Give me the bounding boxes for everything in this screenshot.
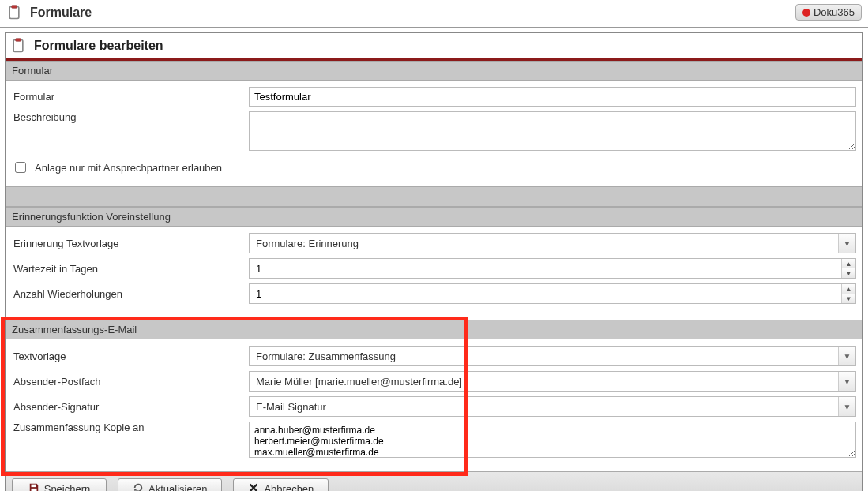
select-erinnerung-textvorlage-value: Formulare: Erinnerung	[256, 238, 359, 249]
input-formular-name[interactable]	[249, 87, 856, 107]
section-zusammenfassung: Textvorlage Formulare: Zusammenfassung ▼…	[6, 339, 862, 471]
section-formular-title: Formular	[6, 61, 862, 81]
spinner-up-icon[interactable]: ▲	[842, 259, 855, 268]
input-beschreibung[interactable]	[249, 111, 856, 151]
panel-header: Formulare bearbeiten	[6, 33, 862, 61]
label-wiederholungen: Anzahl Wiederholungen	[12, 288, 249, 300]
refresh-button-label: Aktualisieren	[148, 483, 207, 491]
chevron-down-icon: ▼	[838, 347, 855, 365]
checkbox-anlage-ansprechpartner[interactable]	[15, 162, 26, 173]
select-textvorlage-value: Formulare: Zusammenfassung	[256, 350, 396, 362]
section-gap	[6, 186, 862, 207]
chevron-down-icon: ▼	[838, 397, 855, 416]
section-erinnerung-title: Erinnerungsfunktion Voreinstellung	[6, 207, 862, 227]
section-zusammenfassung-title: Zusammenfassungs-E-Mail	[6, 320, 862, 339]
spinner-down-icon[interactable]: ▼	[842, 268, 855, 278]
select-absender-postfach-value: Marie Müller [marie.mueller@musterfirma.…	[256, 376, 462, 388]
svg-rect-0	[9, 6, 19, 18]
footer-bar: Speichern Aktualisieren Abbrechen	[6, 471, 862, 491]
doku365-label: Doku365	[814, 6, 855, 18]
record-dot-icon	[802, 9, 810, 17]
label-absender-signatur: Absender-Signatur	[12, 401, 249, 413]
clipboard-icon	[10, 38, 26, 54]
section-formular: Formular Beschreibung Anlage nur mit Ans…	[6, 81, 862, 186]
refresh-icon	[133, 482, 144, 491]
svg-rect-4	[31, 485, 36, 488]
panel-title: Formulare bearbeiten	[34, 39, 163, 53]
select-absender-signatur-value: E-Mail Signatur	[256, 401, 326, 413]
select-absender-signatur[interactable]: E-Mail Signatur ▼	[249, 396, 856, 417]
top-bar: Formulare Doku365	[0, 0, 868, 28]
save-button[interactable]: Speichern	[12, 478, 107, 491]
input-wartezeit[interactable]	[250, 259, 855, 278]
input-wiederholungen[interactable]	[250, 284, 855, 303]
input-kopie-an[interactable]	[249, 422, 856, 458]
page-title: Formulare	[30, 6, 92, 20]
chevron-down-icon: ▼	[838, 372, 855, 391]
doku365-button[interactable]: Doku365	[795, 4, 862, 21]
select-textvorlage[interactable]: Formulare: Zusammenfassung ▼	[249, 346, 856, 366]
edit-panel: Formulare bearbeiten Formular Formular B…	[5, 32, 863, 491]
chevron-down-icon: ▼	[838, 234, 855, 253]
checkbox-anlage-ansprechpartner-label: Anlage nur mit Ansprechpartner erlauben	[35, 162, 222, 174]
select-absender-postfach[interactable]: Marie Müller [marie.mueller@musterfirma.…	[249, 371, 856, 392]
cancel-button[interactable]: Abbrechen	[233, 478, 329, 491]
refresh-button[interactable]: Aktualisieren	[118, 478, 222, 491]
select-erinnerung-textvorlage[interactable]: Formulare: Erinnerung ▼	[249, 233, 856, 253]
save-icon	[28, 482, 39, 491]
section-erinnerung: Erinnerung Textvorlage Formulare: Erinne…	[6, 227, 862, 320]
label-absender-postfach: Absender-Postfach	[12, 376, 249, 388]
close-icon	[248, 482, 259, 491]
spinner-down-icon[interactable]: ▼	[842, 294, 855, 303]
label-kopie-an: Zusammenfassung Kopie an	[12, 422, 249, 433]
label-beschreibung: Beschreibung	[12, 111, 249, 123]
svg-rect-1	[12, 5, 17, 7]
svg-rect-3	[16, 39, 21, 41]
spinner-wiederholungen[interactable]: ▲ ▼	[249, 283, 856, 304]
label-wartezeit: Wartezeit in Tagen	[12, 263, 249, 275]
clipboard-icon	[6, 5, 22, 21]
label-erinnerung-textvorlage: Erinnerung Textvorlage	[12, 238, 249, 249]
label-textvorlage: Textvorlage	[12, 350, 249, 362]
label-formular: Formular	[12, 91, 249, 103]
save-button-label: Speichern	[44, 483, 91, 491]
spinner-up-icon[interactable]: ▲	[842, 284, 855, 294]
svg-rect-2	[13, 40, 23, 52]
spinner-wartezeit[interactable]: ▲ ▼	[249, 258, 856, 279]
cancel-button-label: Abbrechen	[264, 483, 314, 491]
